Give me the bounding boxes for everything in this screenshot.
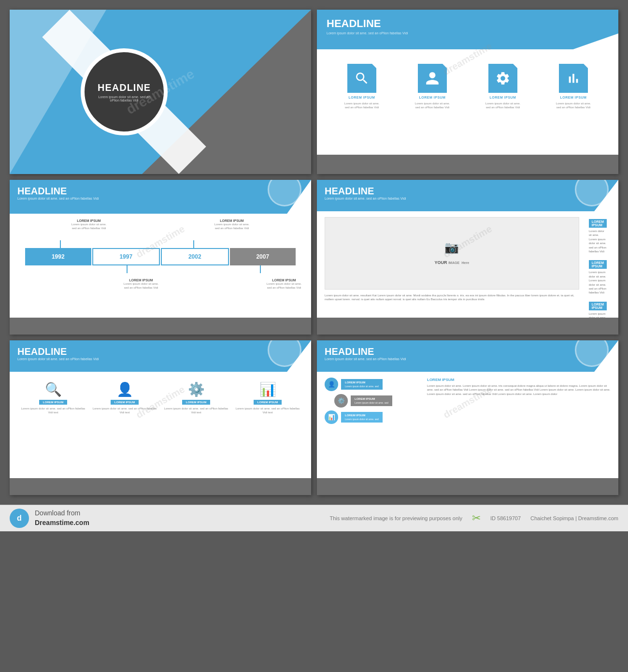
search-icon [354,71,370,86]
slide-6-speech-2: LOREM IPSUM Lorem ipsum dolor sit ame. s… [351,395,392,406]
slide-6-right-label: LOREM IPSUM [427,378,611,382]
slide-2-header: HEADLINE Lorem ipsum dolor sit ame. sed … [317,10,618,49]
slide-3-bottom-label-2: LOREM IPSUM Lorem ipsum dolor sit ame. s… [265,278,303,290]
slide-5-icons-grid: 🔍 LOREM IPSUM Lorem ipsum dolor sit ame.… [10,372,311,420]
slide-6-header: HEADLINE Lorem ipsum dolor sit ame. sed … [317,340,618,372]
slide-6-speech-label-1: LOREM IPSUM [345,381,379,384]
slide-4-right-item-1: LOREM IPSUM Lorem dolor sit ame. Lorem i… [585,217,611,255]
slide-2-icon-label-1: LOREM IPSUM [349,96,375,99]
slide-4-content: 📷 YOUR IMAGE Here Lorem ipsum dolor sit … [317,211,618,335]
slide-3-year-2002: 2002 [161,248,229,265]
footer-bar: d Download from Dreamstime.com This wate… [0,505,628,531]
slide-6-right-panel: LOREM IPSUM Lorem ipsum dolor sit ame. L… [427,378,611,424]
slide-4-circle-badge [575,180,609,206]
slide-6-bubble-3: 📊 LOREM IPSUM Lorem ipsum dolor sit ame.… [325,410,421,424]
slide-3-bottom-label-1: LOREM IPSUM Lorem ipsum dolor sit ame. s… [122,278,160,290]
slide-5-bottom-gray [10,478,311,495]
slide-3-top-label-1: LOREM IPSUM Lorem ipsum dolor sit ame. s… [70,219,108,231]
slide-5: HEADLINE Lorem ipsum dolor sit ame. sed … [10,340,311,495]
slide-2-subtext: Lorem ipsum dolor sit ame. sed an oPlion… [327,31,609,35]
slide-6-speech-1: LOREM IPSUM Lorem ipsum dolor sit ame. s… [341,379,383,390]
footer-id: ID 58619707 [490,515,521,521]
camera-icon: 📷 [444,241,459,254]
slide-3-bottom-gray [10,318,311,335]
slide-5-headline: HEADLINE [17,346,303,357]
slide-2-icon-box-1 [347,64,376,93]
slide-3-top-label-1-title: LOREM IPSUM [70,219,108,223]
slide-3-bar: 1992 1997 2002 2007 [25,248,296,265]
slide-2-icon-1: LOREM IPSUM Lorem ipsum dolor sit ame. s… [343,64,381,110]
slide-4-image-placeholder: 📷 YOUR IMAGE Here [325,217,579,290]
slide-3-timeline: LOREM IPSUM Lorem ipsum dolor sit ame. s… [10,214,311,294]
slide-2-icon-label-4: LOREM IPSUM [560,96,587,99]
footer-download-line: Download from [35,509,89,518]
slide-5-icon-2: 👤 LOREM IPSUM Lorem ipsum dolor sit ame.… [89,381,160,415]
slide-6-circle-badge [575,340,609,367]
slide-6-left-panel: 👤 LOREM IPSUM Lorem ipsum dolor sit ame.… [325,378,421,424]
slide-2-bottom-gray [317,155,618,174]
slide-2: HEADLINE Lorem ipsum dolor sit ame. sed … [317,10,618,174]
slide-2-icon-desc-3: Lorem ipsum dolor sit ame. sed an oPlion… [484,102,522,110]
slide-5-chart-icon: 📊 [259,381,276,397]
dreamstime-logo: d [10,509,29,528]
slide-5-circle-badge [268,340,301,367]
slide-4-right-text-2: Lorem ipsum dolor sit ame. Lorem ipsum d… [589,270,607,294]
slide-6-bubble-icon-3: 📊 [325,410,338,424]
slide-4-right-panel: LOREM IPSUM Lorem dolor sit ame. Lorem i… [585,217,611,335]
slide-3-top-label-2-title: LOREM IPSUM [213,219,251,223]
slide-3-connectors-top [17,240,303,248]
slide-6: HEADLINE Lorem ipsum dolor sit ame. sed … [317,340,618,495]
slide-6-subtext: Lorem ipsum dolor sit ame. sed an oPlion… [325,357,611,361]
slide-2-icon-label-2: LOREM IPSUM [419,96,446,99]
slide-3: HEADLINE Lorem ipsum dolor sit ame. sed … [10,180,311,335]
slide-1: HEADLINE Lorem ipsum dolor sit ame. sed … [10,10,311,174]
slide-5-icon-desc-1: Lorem ipsum dolor sit ame. sed an oPlion… [20,407,86,415]
slide-5-icon-1: 🔍 LOREM IPSUM Lorem ipsum dolor sit ame.… [17,381,89,415]
slide-3-headline: HEADLINE [17,186,303,197]
slide-6-bubble-icon-1: 👤 [325,378,338,391]
slide-3-circle-badge [268,180,301,206]
slide-6-bottom-gray [317,478,618,495]
slide-3-top-label-2: LOREM IPSUM Lorem ipsum dolor sit ame. s… [213,219,251,231]
slide-4-image-label: YOUR [435,260,449,265]
footer-right: This watermarked image is for previewing… [329,512,618,525]
slide-4-bottom-gray [317,318,618,335]
slide-2-icon-box-4 [559,64,588,93]
slide-5-gear-icon: ⚙️ [188,381,205,397]
slide-4-right-label-3: LOREM IPSUM [589,302,607,310]
slide-5-icon-3: ⚙️ LOREM IPSUM Lorem ipsum dolor sit ame… [160,381,232,415]
slide-3-connectors-bottom [17,265,303,273]
chart-icon [566,71,581,86]
slide-4-headline: HEADLINE [325,186,611,197]
slide-4-body-text: Lorem ipsum dolor sit ame. resultant Kat… [325,293,579,302]
slide-6-speech-label-3: LOREM IPSUM [345,414,379,417]
slide-1-headline: HEADLINE [98,82,151,93]
slide-6-right-text: Lorem ipsum dolor sit ame. Lorem ipsum d… [427,384,611,396]
slide-5-icon-label-2: LOREM IPSUM [111,400,139,405]
slide-2-icon-desc-2: Lorem ipsum dolor sit ame. sed an oPlion… [413,102,452,110]
slide-5-icon-label-3: LOREM IPSUM [182,400,210,405]
slide-5-search-icon: 🔍 [45,381,62,397]
slide-2-icon-desc-4: Lorem ipsum dolor sit ame. sed an oPlion… [554,102,593,110]
slide-2-icon-desc-1: Lorem ipsum dolor sit ame. sed an oPlion… [343,102,381,110]
slide-3-bottom-labels: LOREM IPSUM Lorem ipsum dolor sit ame. s… [17,278,303,290]
slide-6-headline: HEADLINE [325,346,611,357]
slide-3-year-2007: 2007 [230,248,296,265]
svg-text:d: d [17,514,22,522]
slide-4-right-item-2: LOREM IPSUM Lorem ipsum dolor sit ame. L… [585,258,611,296]
slide-5-icon-desc-2: Lorem ipsum dolor sit ame. sed an oPlion… [91,407,158,415]
slide-5-icon-desc-3: Lorem ipsum dolor sit ame. sed an oPlion… [163,407,229,415]
footer-watermark-note: This watermarked image is for previewing… [329,515,462,521]
slide-2-icons-row: LOREM IPSUM Lorem ipsum dolor sit ame. s… [317,54,618,115]
dreamstime-logo-icon: d [12,511,27,526]
slide-4-right-label-1: LOREM IPSUM [589,219,607,228]
slide-5-icon-label-1: LOREM IPSUM [39,400,67,405]
slide-3-top-labels: LOREM IPSUM Lorem ipsum dolor sit ame. s… [17,219,303,231]
footer-text: Download from Dreamstime.com [35,509,89,527]
slide-4-header: HEADLINE Lorem ipsum dolor sit ame. sed … [317,180,618,211]
slide-5-header: HEADLINE Lorem ipsum dolor sit ame. sed … [10,340,311,372]
slide-2-icon-label-3: LOREM IPSUM [490,96,516,99]
slide-5-icon-desc-4: Lorem ipsum dolor sit ame. sed an oPlion… [234,407,301,415]
slide-2-icon-3: LOREM IPSUM Lorem ipsum dolor sit ame. s… [484,64,522,110]
slide-6-bubble-icon-2: ⚙️ [334,394,348,408]
